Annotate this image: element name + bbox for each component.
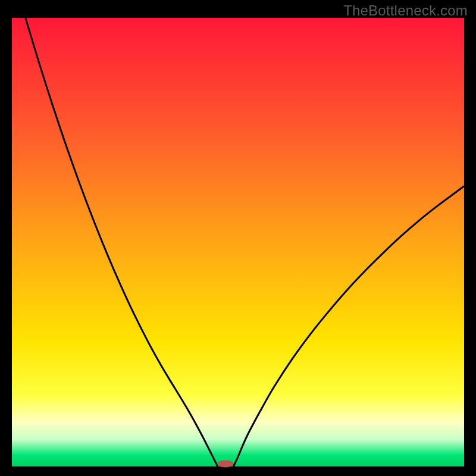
optimum-marker <box>217 460 233 467</box>
plot-area <box>12 18 464 466</box>
chart-container: { "watermark": "TheBottleneck.com", "col… <box>0 0 476 476</box>
bottleneck-chart <box>0 0 476 476</box>
watermark-text: TheBottleneck.com <box>343 2 468 19</box>
